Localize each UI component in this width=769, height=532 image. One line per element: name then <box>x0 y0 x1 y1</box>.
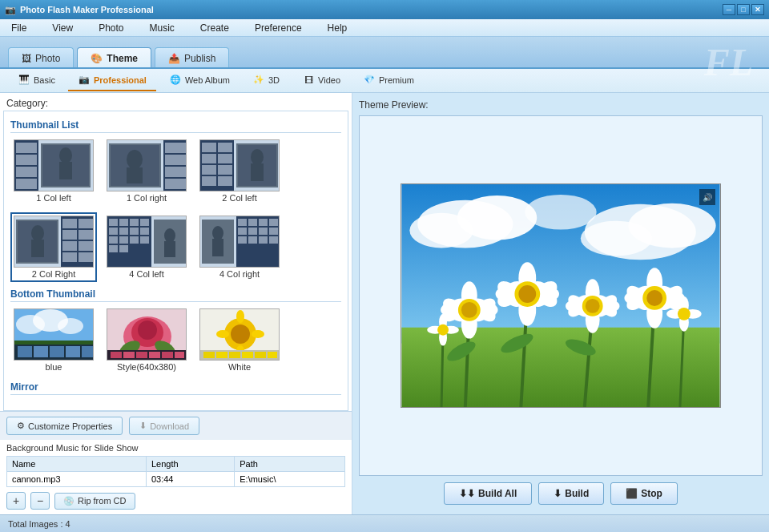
svg-rect-4 <box>16 167 37 177</box>
app-icon: 📷 <box>5 5 16 15</box>
svg-rect-71 <box>259 219 268 226</box>
tab-theme[interactable]: 🎨 Theme <box>77 47 151 67</box>
main-tabs: 🖼 Photo 🎨 Theme 📤 Publish FL <box>0 37 769 69</box>
subtab-3d[interactable]: ✨ 3D <box>243 71 289 91</box>
music-path: E:\music\ <box>235 472 345 487</box>
svg-rect-39 <box>79 230 93 240</box>
volume-icon[interactable]: 🔊 <box>699 189 715 205</box>
subtab-basic[interactable]: 🎹 Basic <box>8 71 65 91</box>
svg-rect-52 <box>130 219 139 226</box>
stop-button[interactable]: ⬛ Stop <box>610 482 678 505</box>
video-icon: 🎞 <box>302 74 315 87</box>
svg-point-113 <box>216 330 229 338</box>
main-content: Category: Thumbnail List <box>0 93 769 514</box>
svg-rect-53 <box>140 219 149 226</box>
build-button[interactable]: ⬇ Build <box>538 482 604 505</box>
rip-cd-button[interactable]: 💿 Rip from CD <box>54 493 135 510</box>
tab-publish[interactable]: 📤 Publish <box>155 47 229 67</box>
menu-create[interactable]: Create <box>195 21 234 35</box>
menu-view[interactable]: View <box>47 21 78 35</box>
customize-properties-button[interactable]: ⚙ Customize Properties <box>6 417 123 435</box>
theme-2col-left[interactable]: 2 Col left <box>196 136 283 206</box>
thumbnail-list-grid: 1 Col left <box>10 136 341 282</box>
svg-rect-69 <box>238 219 247 226</box>
theme-4col-right-label: 4 Col right <box>219 269 260 279</box>
music-table: Name Length Path cannon.mp3 03:44 E:\mus… <box>6 456 345 487</box>
theme-4col-left[interactable]: 4 Col left <box>103 212 190 282</box>
theme-style[interactable]: Style(640x380) <box>103 305 190 375</box>
menu-photo[interactable]: Photo <box>94 21 128 35</box>
svg-rect-105 <box>149 352 160 358</box>
theme-tab-icon: 🎨 <box>91 53 103 64</box>
menu-music[interactable]: Music <box>145 21 179 35</box>
status-bar: Total Images : 4 <box>0 514 769 532</box>
svg-rect-33 <box>251 163 264 181</box>
svg-rect-93 <box>66 346 80 357</box>
subtab-professional[interactable]: 📷 Professional <box>68 71 156 91</box>
cd-icon: 💿 <box>63 496 74 506</box>
svg-point-8 <box>59 147 72 163</box>
close-button[interactable]: ✕ <box>751 4 764 15</box>
photo-tab-icon: 🖼 <box>22 53 31 64</box>
mirror-title: Mirror <box>10 381 341 395</box>
theme-2col-right[interactable]: 2 Col Right <box>10 212 97 282</box>
svg-rect-22 <box>202 143 216 152</box>
svg-rect-78 <box>248 236 257 244</box>
svg-rect-2 <box>16 143 37 153</box>
add-music-button[interactable]: + <box>6 492 26 510</box>
svg-rect-76 <box>269 228 278 235</box>
build-all-button[interactable]: ⬇⬇ Build All <box>444 482 532 505</box>
svg-point-87 <box>58 318 83 334</box>
svg-point-169 <box>586 299 600 313</box>
svg-rect-26 <box>202 165 216 175</box>
title-bar-controls: ─ □ ✕ <box>723 4 764 15</box>
svg-point-114 <box>252 330 264 338</box>
minimize-button[interactable]: ─ <box>723 4 735 15</box>
svg-rect-79 <box>259 236 268 244</box>
preview-label: Theme Preview: <box>359 99 763 111</box>
svg-rect-9 <box>59 162 72 179</box>
svg-point-179 <box>646 290 662 306</box>
remove-music-button[interactable]: − <box>30 492 50 510</box>
subtab-video[interactable]: 🎞 Video <box>292 71 350 91</box>
theme-blue-label: blue <box>46 362 62 372</box>
svg-rect-19 <box>127 167 143 183</box>
menu-preference[interactable]: Preference <box>250 21 307 35</box>
menu-bar: File View Photo Music Create Preference … <box>0 19 769 37</box>
subtab-web-album[interactable]: 🌐 Web Album <box>159 71 240 91</box>
theme-1col-right[interactable]: 1 Col right <box>103 136 190 206</box>
music-col-name: Name <box>7 457 147 472</box>
svg-rect-70 <box>248 219 257 226</box>
music-row: cannon.mp3 03:44 E:\music\ <box>7 472 345 487</box>
preview-frame: 🔊 <box>359 115 763 476</box>
svg-rect-57 <box>140 228 149 235</box>
theme-2col-left-label: 2 Col left <box>222 193 256 203</box>
publish-tab-icon: 📤 <box>168 53 180 64</box>
menu-file[interactable]: File <box>6 21 31 35</box>
svg-rect-104 <box>136 352 147 358</box>
thumbnail-list-title: Thumbnail List <box>10 119 341 133</box>
svg-rect-63 <box>119 245 128 252</box>
svg-rect-92 <box>50 346 64 357</box>
theme-1col-right-label: 1 Col right <box>127 193 167 203</box>
svg-point-125 <box>409 213 473 248</box>
theme-white[interactable]: White <box>196 305 283 375</box>
tab-photo[interactable]: 🖼 Photo <box>8 47 74 67</box>
svg-rect-43 <box>79 252 93 262</box>
theme-4col-right[interactable]: 4 Col right <box>196 212 283 282</box>
theme-blue[interactable]: blue <box>10 305 97 375</box>
theme-scroll[interactable]: Thumbnail List <box>3 111 348 411</box>
svg-rect-94 <box>82 346 93 357</box>
maximize-button[interactable]: □ <box>737 4 750 15</box>
svg-rect-102 <box>111 352 122 358</box>
music-controls: + − 💿 Rip from CD <box>6 492 345 510</box>
menu-help[interactable]: Help <box>323 21 352 35</box>
download-button[interactable]: ⬇ Download <box>129 417 199 435</box>
sub-tabs: 🎹 Basic 📷 Professional 🌐 Web Album ✨ 3D … <box>0 69 769 93</box>
svg-rect-15 <box>165 179 186 189</box>
theme-1col-left[interactable]: 1 Col left <box>10 136 97 206</box>
svg-point-128 <box>581 221 652 256</box>
subtab-premium[interactable]: 💎 Premium <box>353 71 424 91</box>
svg-rect-61 <box>140 236 149 244</box>
svg-rect-107 <box>175 352 184 358</box>
